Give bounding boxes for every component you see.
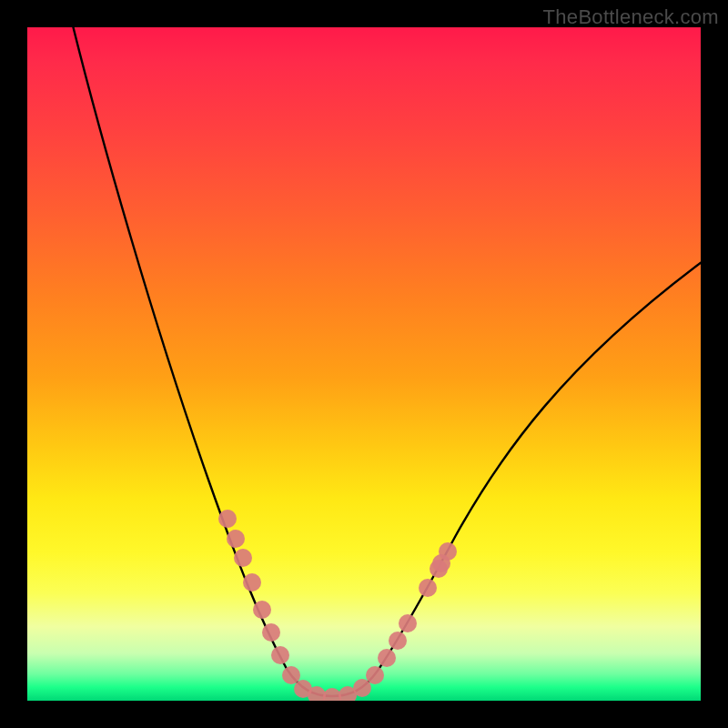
- marker-dot: [323, 688, 341, 701]
- marker-dot: [419, 579, 437, 597]
- marker-dot: [378, 649, 396, 667]
- plot-area: [27, 27, 701, 701]
- marker-dot: [399, 614, 417, 632]
- bottleneck-curve: [71, 27, 701, 696]
- marker-dot: [389, 632, 407, 650]
- marker-dot: [439, 542, 457, 561]
- chart-container: TheBottleneck.com: [0, 0, 728, 728]
- marker-dot: [262, 623, 280, 642]
- marker-dot: [218, 510, 237, 528]
- marker-dot: [227, 530, 245, 548]
- curve-svg: [27, 27, 701, 701]
- marker-group: [218, 510, 457, 701]
- marker-dot: [234, 549, 252, 567]
- marker-dot: [253, 601, 271, 619]
- marker-dot: [271, 646, 289, 664]
- marker-dot: [243, 573, 261, 592]
- watermark-text: TheBottleneck.com: [543, 5, 719, 29]
- marker-dot: [366, 666, 384, 684]
